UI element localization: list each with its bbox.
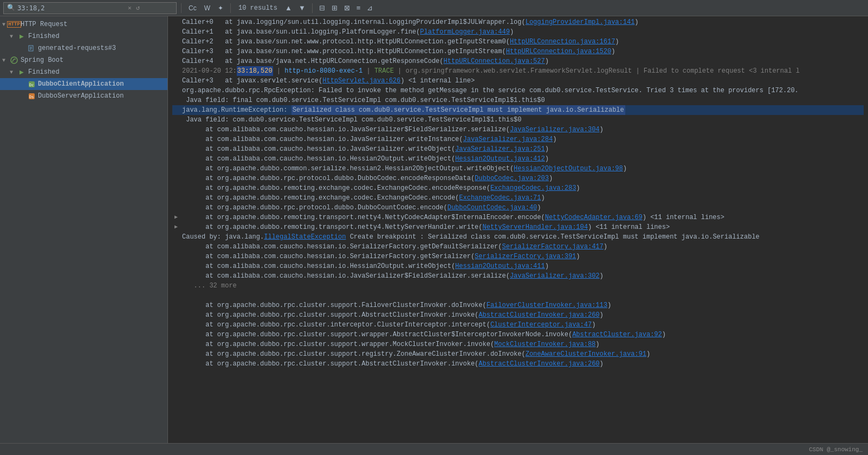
close-icon[interactable]: ✕	[128, 4, 132, 11]
log-line: at org.apache.dubbo.rpc.cluster.support.…	[172, 330, 864, 339]
log-line: at com.alibaba.com.caucho.hessian.io.Hes…	[172, 154, 864, 164]
tree-label-finished-1: Finished	[28, 33, 60, 40]
tree-item-finished-2[interactable]: ▼ ▶ Finished	[0, 66, 167, 78]
chevron-icon: ▼	[10, 69, 17, 75]
search-input[interactable]	[17, 4, 126, 12]
log-line-collapsed: ▶ at org.apache.dubbo.remoting.transport…	[172, 213, 864, 222]
log-line: Caller+0 at java.logging/sun.util.loggin…	[172, 17, 864, 27]
log-line: at org.apache.dubbo.common.serialize.hes…	[172, 164, 864, 174]
tree-label: HTTP Request	[21, 21, 67, 28]
tree-item-spring-boot[interactable]: ▼ Spring Boot	[0, 54, 167, 66]
log-content: Caller+0 at java.logging/sun.util.loggin…	[168, 16, 868, 370]
svg-text:Dc: Dc	[29, 83, 34, 87]
run-icon-2: ▶	[17, 68, 26, 76]
main-area: ▼ HTTP HTTP Request ▼ ▶ Finished generat…	[0, 16, 868, 443]
log-line: at org.apache.dubbo.rpc.protocol.dubbo.D…	[172, 203, 864, 213]
toolbar: 🔍 ✕ ↺ Cc W ✦ 10 results ▲ ▼ ⊟ ⊞ ⊠ ≡ ⊿	[0, 0, 868, 16]
tree-label-spring-boot: Spring Boot	[21, 56, 63, 64]
toolbar-sep-2	[230, 3, 231, 13]
log-line-runtime-exception: java.lang.RuntimeException: Serialized c…	[172, 105, 864, 115]
log-line: at com.alibaba.com.caucho.hessian.io.Ser…	[172, 242, 864, 252]
bottom-bar: CSDN @_snowing_	[0, 443, 868, 455]
log-line: Caller+4 at java.base/java.net.HttpURLCo…	[172, 56, 864, 66]
log-line: Caller+3 at javax.servlet.service(HttpSe…	[172, 76, 864, 86]
svg-text:Ds: Ds	[29, 95, 34, 99]
log-line: at org.apache.dubbo.rpc.cluster.support.…	[172, 359, 864, 369]
expand-btn[interactable]: ⊠	[342, 2, 352, 14]
log-line: at org.apache.dubbo.rpc.cluster.support.…	[172, 349, 864, 359]
log-line: at com.alibaba.com.caucho.hessian.io.Hes…	[172, 261, 864, 271]
toolbar-sep-3	[312, 3, 313, 13]
right-panel[interactable]: Caller+0 at java.logging/sun.util.loggin…	[168, 16, 868, 443]
tree-label-dubbo-server: DubboServerApplication	[38, 92, 124, 100]
log-line-blank	[172, 291, 864, 300]
tree-item-dubbo-client[interactable]: Dc DubboClientApplication	[0, 78, 167, 90]
log-line: at com.alibaba.com.caucho.hessian.io.Jav…	[172, 271, 864, 281]
settings-icon-btn[interactable]: ≡	[354, 2, 363, 14]
log-line-caused-by: Caused by: java.lang.IllegalStateExcepti…	[172, 232, 864, 242]
log-line: at com.alibaba.com.caucho.hessian.io.Jav…	[172, 144, 864, 154]
log-line: at com.alibaba.com.caucho.hessian.io.Ser…	[172, 252, 864, 261]
results-count: 10 results	[235, 4, 281, 12]
dubbo-server-icon: Ds	[27, 92, 36, 100]
log-line: Caller+1 at java.base/sun.util.logging.P…	[172, 27, 864, 37]
log-line: at org.apache.dubbo.rpc.cluster.support.…	[172, 300, 864, 310]
log-line-trace: 2021-09-20 12:33:18,520 | http-nio-8080-…	[172, 66, 864, 76]
toolbar-sep-1	[181, 3, 182, 13]
dubbo-client-icon: Dc	[27, 80, 36, 88]
log-line: at org.apache.dubbo.remoting.exchange.co…	[172, 183, 864, 193]
refresh-icon[interactable]: ↺	[136, 4, 140, 12]
log-line: at org.apache.dubbo.rpc.cluster.intercep…	[172, 320, 864, 330]
whole-word-btn[interactable]: W	[202, 2, 213, 14]
log-line: at com.alibaba.com.caucho.hessian.io.Jav…	[172, 125, 864, 134]
search-bar: 🔍 ✕ ↺	[3, 2, 177, 14]
chevron-icon: ▼	[2, 57, 10, 63]
tree-label-dubbo-client: DubboClientApplication	[38, 80, 124, 88]
filter-btn[interactable]: ⊿	[365, 2, 375, 14]
tree-item-finished-1[interactable]: ▼ ▶ Finished	[0, 30, 167, 42]
http-icon: HTTP	[10, 20, 18, 29]
chevron-icon: ▼	[10, 34, 17, 40]
log-line: at org.apache.dubbo.remoting.exchange.co…	[172, 193, 864, 203]
tree-label-generated: generated-requests#3	[38, 44, 116, 52]
log-line: at org.apache.dubbo.rpc.cluster.support.…	[172, 310, 864, 320]
log-line: Caller+3 at java.base/sun.net.www.protoc…	[172, 47, 864, 56]
regex-btn[interactable]: ✦	[215, 2, 226, 14]
next-result-btn[interactable]: ▼	[296, 2, 308, 14]
log-line: at org.apache.dubbo.rpc.cluster.support.…	[172, 339, 864, 349]
fold-btn[interactable]: ⊟	[317, 2, 327, 14]
tree-item-dubbo-server[interactable]: Ds DubboServerApplication	[0, 90, 167, 102]
run-icon: ▶	[17, 32, 26, 41]
tree-label-finished-2: Finished	[28, 68, 60, 76]
log-line: at com.alibaba.com.caucho.hessian.io.Jav…	[172, 134, 864, 144]
tree-item-generated-requests[interactable]: generated-requests#3	[0, 42, 167, 54]
unfold-btn[interactable]: ⊞	[329, 2, 340, 14]
log-line-more: ... 32 more	[172, 281, 864, 291]
watermark: CSDN @_snowing_	[809, 446, 863, 453]
log-line: Java field: com.dub0.service.TestService…	[172, 115, 864, 125]
log-line-collapsed: ▶ at org.apache.dubbo.remoting.transport…	[172, 222, 864, 232]
log-line-rpc-exception: org.apache.dubbo.rpc.RpcException: Faile…	[172, 86, 864, 95]
log-line: at org.apache.dubbo.rpc.protocol.dubbo.D…	[172, 174, 864, 183]
log-line: Java field: final com.dub0.service.TestS…	[172, 95, 864, 105]
left-panel: ▼ HTTP HTTP Request ▼ ▶ Finished generat…	[0, 16, 168, 443]
spring-icon	[10, 56, 18, 65]
prev-result-btn[interactable]: ▲	[283, 2, 294, 14]
search-icon: 🔍	[7, 4, 15, 12]
case-sensitive-btn[interactable]: Cc	[186, 2, 199, 14]
log-line: Caller+2 at java.base/sun.net.www.protoc…	[172, 37, 864, 47]
tree-item-http-request[interactable]: ▼ HTTP HTTP Request	[0, 18, 167, 30]
svg-point-4	[11, 57, 17, 63]
file-icon	[27, 44, 36, 53]
